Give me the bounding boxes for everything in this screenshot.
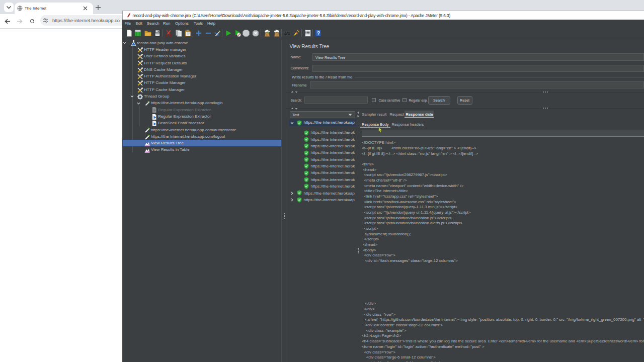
svg-text:?: ? [316, 30, 319, 36]
